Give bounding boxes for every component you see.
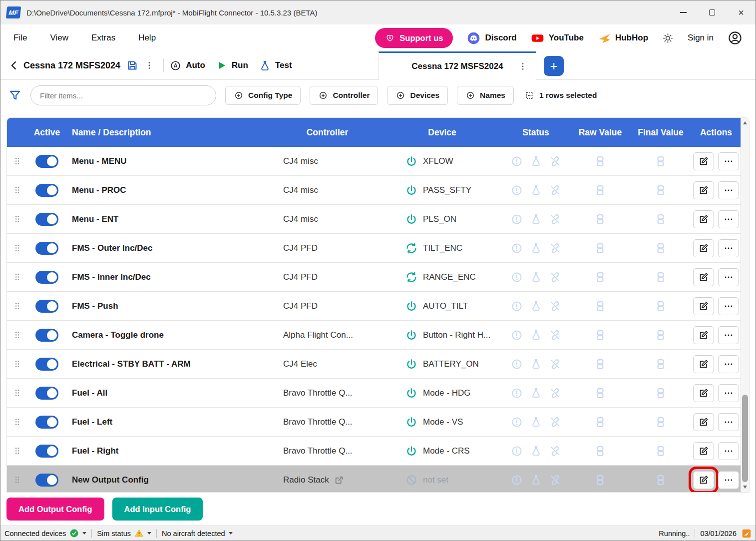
more-actions-button[interactable] bbox=[718, 297, 739, 315]
filter-input[interactable] bbox=[30, 85, 216, 105]
edit-button[interactable] bbox=[693, 239, 714, 257]
filter-funnel-icon[interactable] bbox=[8, 89, 21, 102]
sign-in-button[interactable]: Sign in bbox=[688, 33, 714, 43]
drag-handle-icon[interactable] bbox=[12, 330, 22, 340]
drag-handle-icon[interactable] bbox=[12, 475, 22, 485]
filter-config-type-button[interactable]: Config Type bbox=[225, 86, 301, 105]
menu-help[interactable]: Help bbox=[138, 33, 156, 43]
drag-handle-icon[interactable] bbox=[12, 243, 22, 253]
active-toggle[interactable] bbox=[35, 242, 58, 255]
maximize-button[interactable] bbox=[698, 0, 727, 24]
chevron-down-icon[interactable] bbox=[82, 532, 86, 535]
sim-status[interactable]: Sim status bbox=[97, 529, 151, 538]
support-us-button[interactable]: $ Support us bbox=[375, 28, 453, 48]
edit-button[interactable] bbox=[693, 152, 714, 170]
menu-view[interactable]: View bbox=[50, 33, 68, 43]
scroll-up-icon[interactable] bbox=[741, 119, 749, 127]
aircraft-status[interactable]: No aircraft detected bbox=[162, 530, 233, 538]
edit-button[interactable] bbox=[693, 413, 714, 431]
config-tab[interactable]: Cessna 172 MSFS2024 bbox=[378, 51, 536, 80]
edit-button[interactable] bbox=[693, 210, 714, 228]
more-actions-button[interactable] bbox=[718, 181, 739, 199]
table-row[interactable]: Menu - ENTCJ4 miscPLS_ON bbox=[7, 205, 741, 234]
active-toggle[interactable] bbox=[35, 155, 58, 168]
more-actions-button[interactable] bbox=[718, 326, 739, 344]
edit-button[interactable] bbox=[693, 442, 714, 460]
active-toggle[interactable] bbox=[35, 387, 58, 400]
more-actions-button[interactable] bbox=[718, 239, 739, 257]
external-link-icon[interactable] bbox=[334, 475, 344, 485]
edit-button[interactable] bbox=[693, 355, 714, 373]
drag-handle-icon[interactable] bbox=[12, 272, 22, 282]
account-avatar-icon[interactable] bbox=[728, 30, 743, 45]
connected-devices-status[interactable]: Connected devices bbox=[4, 529, 86, 538]
hubhop-link[interactable]: HubHop bbox=[598, 31, 648, 44]
drag-handle-icon[interactable] bbox=[12, 214, 22, 224]
more-actions-button[interactable] bbox=[718, 210, 739, 228]
drag-handle-icon[interactable] bbox=[12, 301, 22, 311]
active-toggle[interactable] bbox=[35, 184, 58, 197]
filter-devices-button[interactable]: Devices bbox=[387, 86, 448, 105]
table-row[interactable]: Camera - Toggle droneAlpha Flight Con...… bbox=[7, 321, 741, 350]
table-row[interactable]: Electrical - STBY BATT - ARMCJ4 ElecBATT… bbox=[7, 350, 741, 379]
active-toggle[interactable] bbox=[35, 213, 58, 226]
filter-names-button[interactable]: Names bbox=[457, 86, 514, 105]
drag-handle-icon[interactable] bbox=[12, 156, 22, 166]
scrollbar-thumb[interactable] bbox=[742, 395, 748, 482]
drag-handle-icon[interactable] bbox=[12, 417, 22, 427]
table-row[interactable]: FMS - Inner Inc/DecCJ4 PFDRANGE_ENC bbox=[7, 263, 741, 292]
add-input-config-button[interactable]: Add Input Config bbox=[112, 498, 203, 521]
auto-toggle-button[interactable]: A Auto bbox=[170, 60, 205, 71]
active-toggle[interactable] bbox=[35, 416, 58, 429]
table-row[interactable]: Menu - MENUCJ4 miscXFLOW bbox=[7, 147, 741, 176]
more-actions-button[interactable] bbox=[718, 413, 739, 431]
active-toggle[interactable] bbox=[35, 474, 58, 487]
drag-handle-icon[interactable] bbox=[12, 359, 22, 369]
active-toggle[interactable] bbox=[35, 358, 58, 371]
run-button[interactable]: Run bbox=[216, 60, 248, 71]
more-actions-button[interactable] bbox=[718, 355, 739, 373]
active-toggle[interactable] bbox=[35, 445, 58, 458]
close-button[interactable]: × bbox=[727, 0, 756, 24]
table-row[interactable]: Fuel - RightBravo Throttle Q...Mode - CR… bbox=[7, 437, 741, 466]
test-button[interactable]: Test bbox=[259, 60, 292, 71]
more-actions-button[interactable] bbox=[718, 268, 739, 286]
active-toggle[interactable] bbox=[35, 329, 58, 342]
save-button[interactable] bbox=[126, 59, 138, 71]
chevron-down-icon[interactable] bbox=[229, 532, 233, 535]
table-row[interactable]: FMS - PushCJ4 PFDAUTO_TILT bbox=[7, 292, 741, 321]
chevron-down-icon[interactable] bbox=[147, 532, 151, 535]
vertical-scrollbar[interactable] bbox=[741, 118, 749, 492]
menu-extras[interactable]: Extras bbox=[91, 33, 115, 43]
edit-button[interactable] bbox=[693, 471, 714, 489]
table-row[interactable]: Fuel - AllBravo Throttle Q...Mode - HDG bbox=[7, 379, 741, 408]
more-actions-button[interactable] bbox=[718, 384, 739, 402]
more-actions-button[interactable] bbox=[718, 152, 739, 170]
discord-link[interactable]: Discord bbox=[467, 31, 516, 45]
tab-menu-button[interactable] bbox=[518, 61, 528, 71]
more-actions-button[interactable] bbox=[718, 471, 739, 489]
drag-handle-icon[interactable] bbox=[12, 185, 22, 195]
active-toggle[interactable] bbox=[35, 300, 58, 313]
active-toggle[interactable] bbox=[35, 271, 58, 284]
edit-button[interactable] bbox=[693, 181, 714, 199]
table-row[interactable]: Menu - PROCCJ4 miscPASS_SFTY bbox=[7, 176, 741, 205]
add-output-config-button[interactable]: Add Output Config bbox=[6, 498, 104, 521]
edit-button[interactable] bbox=[693, 297, 714, 315]
more-actions-button[interactable] bbox=[718, 442, 739, 460]
add-tab-button[interactable]: + bbox=[544, 56, 564, 76]
table-row[interactable]: New Output ConfigRadio Stacknot set bbox=[7, 466, 741, 493]
theme-toggle-icon[interactable] bbox=[662, 32, 674, 44]
edit-button[interactable] bbox=[693, 384, 714, 402]
minimize-button[interactable] bbox=[669, 0, 698, 24]
scroll-down-icon[interactable] bbox=[741, 483, 749, 491]
project-menu-button[interactable] bbox=[144, 60, 154, 70]
menu-file[interactable]: File bbox=[13, 33, 27, 43]
edit-button[interactable] bbox=[693, 326, 714, 344]
filter-controller-button[interactable]: Controller bbox=[310, 86, 378, 105]
drag-handle-icon[interactable] bbox=[12, 388, 22, 398]
table-row[interactable]: Fuel - LeftBravo Throttle Q...Mode - VS bbox=[7, 408, 741, 437]
edit-button[interactable] bbox=[693, 268, 714, 286]
back-button[interactable] bbox=[8, 60, 19, 71]
table-row[interactable]: FMS - Outer Inc/DecCJ4 PFDTILT_ENC bbox=[7, 234, 741, 263]
